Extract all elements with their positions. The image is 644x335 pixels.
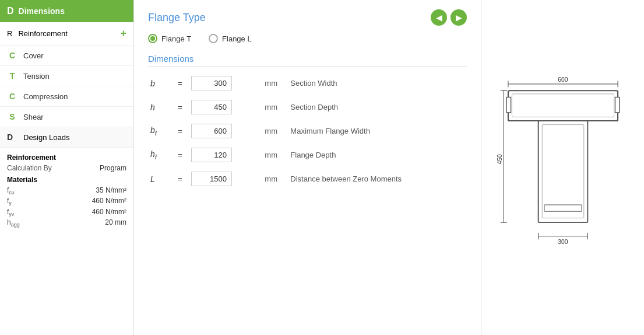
dim-label-600: 600 (558, 76, 568, 83)
sym-h: h (148, 95, 171, 119)
unit-h: mm (259, 95, 288, 119)
tension-letter: T (7, 71, 17, 81)
sidebar-item-compression[interactable]: C Compression (0, 86, 133, 107)
sidebar-item-tension[interactable]: T Tension (0, 66, 133, 86)
input-bf[interactable] (191, 124, 232, 138)
sym-b: b (148, 71, 171, 95)
fcu-row: fcu 35 N/mm² (7, 186, 126, 196)
eq-hf: = (171, 143, 189, 167)
sym-bf: bf (148, 119, 171, 143)
tension-label: Tension (23, 72, 50, 81)
sidebar-item-shear[interactable]: S Shear (0, 107, 133, 127)
sym-hf: hf (148, 143, 171, 167)
flange-inner-rect (512, 94, 614, 117)
input-hf[interactable] (191, 148, 232, 162)
fyv-key: fyv (7, 208, 14, 217)
table-row: h = mm Section Depth (148, 95, 467, 119)
fy-row: fy 460 N/mm² (7, 197, 126, 206)
unit-l: mm (259, 167, 288, 191)
eq-l: = (171, 167, 189, 191)
calc-by-row: Calculation By Program (7, 164, 126, 172)
sidebar-item-cover[interactable]: C Cover (0, 46, 133, 66)
input-cell-l (189, 167, 259, 191)
section-diagram: 600 450 300 (488, 7, 637, 328)
desc-bf: Maximum Flange Width (288, 119, 467, 143)
flange-type-title: Flange Type (148, 12, 206, 24)
fyv-row: fyv 460 N/mm² (7, 208, 126, 217)
unit-b: mm (259, 71, 288, 95)
flange-l-option[interactable]: Flange L (209, 34, 252, 43)
table-row: bf = mm Maximum Flange Width (148, 119, 467, 143)
input-h[interactable] (191, 100, 232, 114)
section-svg: 600 450 300 (493, 74, 633, 261)
cover-label: Cover (23, 51, 44, 60)
input-b[interactable] (191, 76, 232, 90)
web-inner-rect (542, 125, 584, 218)
bottom-bar (544, 205, 582, 211)
flange-t-option[interactable]: Flange T (148, 34, 191, 43)
input-cell-hf (189, 143, 259, 167)
input-cell-h (189, 95, 259, 119)
compression-letter: C (7, 92, 17, 101)
nav-left-button[interactable]: ◀ (431, 9, 447, 26)
table-row: b = mm Section Width (148, 71, 467, 95)
flange-radio-group: Flange T Flange L (148, 34, 467, 43)
fcu-val: 35 N/mm² (96, 186, 126, 196)
fy-key: fy (7, 197, 12, 206)
hagg-val: 20 mm (105, 218, 126, 228)
left-tab (506, 97, 511, 113)
reinforcement-label: Reinforcement (18, 29, 68, 38)
sidebar: D Dimensions R Reinforcement + C Cover T… (0, 0, 134, 335)
eq-b: = (171, 71, 189, 95)
dimensions-title: Dimensions (148, 54, 467, 67)
materials-section-title: Materials (7, 176, 126, 184)
design-loads-label: Design Loads (23, 133, 70, 142)
sidebar-item-design-loads[interactable]: D Design Loads (0, 127, 133, 148)
reinforcement-plus-icon[interactable]: + (120, 27, 126, 40)
compression-label: Compression (23, 92, 68, 101)
sym-l: L (148, 167, 171, 191)
table-row: hf = mm Flange Depth (148, 143, 467, 167)
sidebar-header-label: Dimensions (19, 6, 65, 16)
flange-t-radio[interactable] (148, 34, 157, 43)
unit-bf: mm (259, 119, 288, 143)
sidebar-header-letter: D (7, 6, 14, 16)
sidebar-item-reinforcement[interactable]: R Reinforcement + (0, 22, 133, 46)
shear-letter: S (7, 112, 17, 121)
flange-l-label: Flange L (222, 34, 252, 43)
cover-letter: C (7, 51, 17, 60)
eq-h: = (171, 95, 189, 119)
main-content: Flange Type ◀ ▶ Flange T Flange L Dimens… (134, 0, 481, 335)
dimensions-table: b = mm Section Width h = mm Section Dept… (148, 71, 467, 191)
nav-arrows: ◀ ▶ (431, 9, 467, 26)
calc-by-key: Calculation By (7, 164, 52, 172)
web-rect (538, 121, 587, 222)
sidebar-header: D Dimensions (0, 0, 133, 22)
right-tab (615, 97, 620, 113)
nav-right-button[interactable]: ▶ (451, 9, 467, 26)
reinforcement-letter: R (7, 29, 12, 38)
input-cell-bf (189, 119, 259, 143)
desc-b: Section Width (288, 71, 467, 95)
desc-hf: Flange Depth (288, 143, 467, 167)
fcu-key: fcu (7, 186, 15, 196)
shear-label: Shear (23, 113, 44, 121)
desc-l: Distance between Zero Moments (288, 167, 467, 191)
hagg-row: hagg 20 mm (7, 218, 126, 228)
fyv-val: 460 N/mm² (92, 208, 126, 217)
input-cell-b (189, 71, 259, 95)
fy-val: 460 N/mm² (92, 197, 126, 206)
dim-label-300: 300 (558, 239, 568, 245)
right-panel: 600 450 300 (481, 0, 644, 335)
unit-hf: mm (259, 143, 288, 167)
flange-t-label: Flange T (161, 34, 191, 43)
flange-rect (508, 90, 617, 121)
flange-l-radio[interactable] (209, 34, 218, 43)
input-l[interactable] (191, 172, 232, 186)
hagg-key: hagg (7, 218, 20, 228)
reinforcement-section-title: Reinforcement (7, 153, 126, 162)
desc-h: Section Depth (288, 95, 467, 119)
flange-type-header: Flange Type ◀ ▶ (148, 9, 467, 26)
design-loads-letter: D (7, 132, 17, 142)
table-row: L = mm Distance between Zero Moments (148, 167, 467, 191)
